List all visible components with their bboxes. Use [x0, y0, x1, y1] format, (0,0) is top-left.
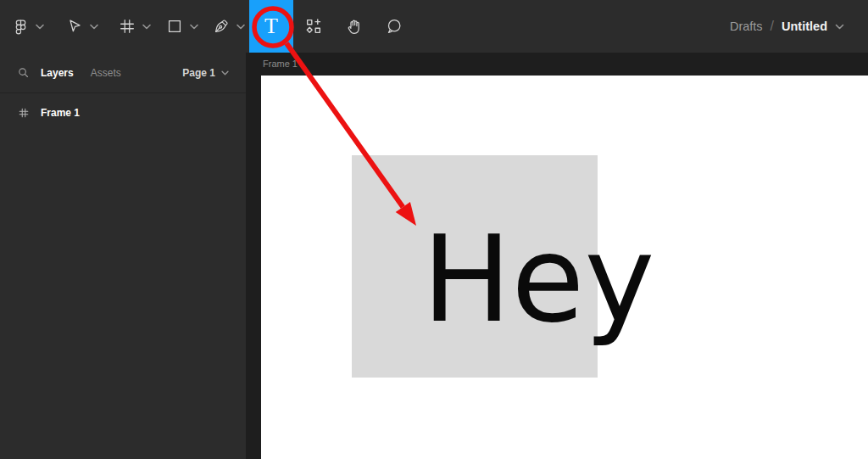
tab-assets[interactable]: Assets — [91, 67, 121, 79]
text-tool-button-active[interactable]: T — [249, 0, 293, 53]
breadcrumb: Drafts / Untitled — [730, 0, 844, 53]
text-tool-glyph: T — [264, 15, 278, 37]
page-selector[interactable]: Page 1 — [182, 67, 229, 79]
chevron-down-icon — [221, 70, 229, 76]
pen-tool-button[interactable] — [212, 0, 245, 53]
tab-layers[interactable]: Layers — [41, 67, 74, 79]
layers-panel-header: Layers Assets Page 1 — [0, 53, 246, 93]
chevron-down-icon[interactable] — [36, 24, 44, 30]
main-menu-button[interactable] — [12, 0, 44, 53]
figma-app-window: T — [0, 0, 868, 459]
move-cursor-icon — [65, 17, 84, 36]
move-tool-button[interactable] — [65, 0, 98, 53]
hand-icon — [345, 17, 364, 36]
component-icon — [304, 17, 323, 36]
canvas-frame-label[interactable]: Frame 1 — [263, 59, 298, 69]
frame-layer-icon — [18, 107, 30, 119]
chevron-down-icon[interactable] — [236, 24, 245, 30]
breadcrumb-filename[interactable]: Untitled — [782, 20, 827, 33]
pen-icon — [212, 17, 231, 36]
resources-tool-button[interactable] — [298, 0, 329, 53]
chevron-down-icon[interactable] — [835, 24, 844, 30]
figma-logo-icon — [12, 18, 30, 36]
shape-tool-button[interactable] — [165, 0, 198, 53]
layers-panel: Layers Assets Page 1 Frame 1 — [0, 53, 246, 459]
page-selector-label: Page 1 — [182, 67, 215, 79]
layer-item-label: Frame 1 — [41, 107, 80, 119]
breadcrumb-project[interactable]: Drafts — [730, 20, 763, 33]
search-button[interactable] — [17, 66, 30, 79]
canvas-text-layer[interactable]: Hey — [422, 221, 654, 339]
comment-bubble-icon — [385, 17, 403, 36]
chevron-down-icon[interactable] — [190, 24, 198, 30]
frame-grid-icon — [118, 17, 136, 36]
rectangle-icon — [165, 17, 184, 36]
canvas-viewport[interactable]: Frame 1 Hey — [246, 53, 868, 459]
chevron-down-icon[interactable] — [142, 24, 151, 30]
breadcrumb-separator: / — [771, 19, 774, 34]
chevron-down-icon[interactable] — [90, 24, 98, 30]
design-frame[interactable]: Hey — [261, 76, 868, 459]
hand-tool-button[interactable] — [339, 0, 370, 53]
toolbar: T — [0, 0, 868, 53]
layer-item-frame-1[interactable]: Frame 1 — [0, 100, 246, 126]
comment-tool-button[interactable] — [379, 0, 409, 53]
search-icon — [17, 66, 30, 79]
frame-tool-button[interactable] — [118, 0, 151, 53]
